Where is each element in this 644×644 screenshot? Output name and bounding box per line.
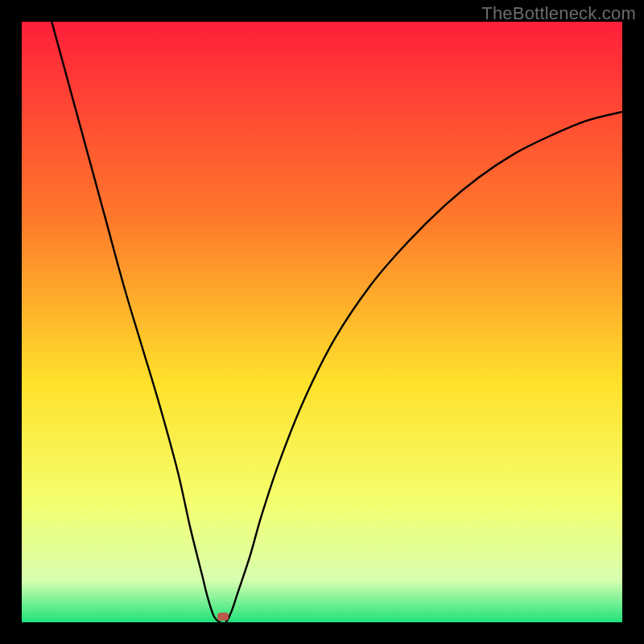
watermark-text: TheBottleneck.com [481,3,636,24]
optimal-point-marker [217,613,229,621]
chart-frame: TheBottleneck.com [0,0,644,644]
plot-area [22,22,622,622]
plot-svg [22,22,622,622]
gradient-background [22,22,622,622]
